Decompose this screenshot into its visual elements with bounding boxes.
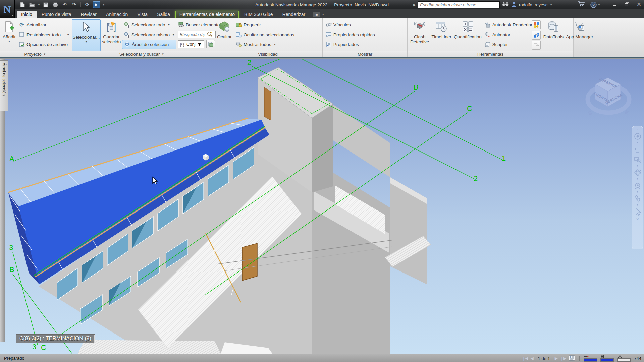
seleccionar-button[interactable]: Seleccionar... ▼ [72,19,101,51]
quick-search-icon[interactable] [207,31,213,38]
quick-search-box[interactable] [178,31,216,38]
timeliner-button[interactable]: TimeLiner [430,19,452,51]
viewport-3d[interactable]: 2BC12A3B3C Árbol de selección C(8)-3(2) … [0,59,644,354]
tab-inicio[interactable]: Inicio [17,11,37,18]
redo-icon[interactable]: ↷ [70,1,78,8]
refresh-icon[interactable]: ⟳ [84,1,91,8]
look-around-icon[interactable] [633,181,642,191]
next-sheet-button[interactable]: ▶ [555,356,557,361]
selection-tree-tab[interactable]: Árbol de selección [0,60,8,111]
help-icon[interactable]: ? ▼ [590,2,600,8]
infocenter-search[interactable] [418,1,500,8]
panel-label-seleccionar-y-buscar[interactable]: Seleccionar y buscar▼ [70,51,213,57]
tab-herramientas-de-elemento[interactable]: Herramientas de elemento [175,11,239,18]
requerir-button[interactable]: Requerir [234,20,296,29]
walk-icon[interactable] [633,194,642,204]
conjuntos-dropdown[interactable]: [] Conj ▼ [178,40,204,48]
infocenter-arrow-icon[interactable]: ▶ [413,3,416,7]
qat-dropdown-icon[interactable]: ▼ [102,3,105,6]
wheel-dropdown-icon[interactable]: ▼ [636,141,639,144]
minimize-button[interactable] [610,1,619,8]
zoom-window-icon[interactable] [633,155,642,165]
save-icon[interactable] [42,1,50,8]
open-file-icon[interactable] [28,1,36,8]
propiedades-rapidas-button[interactable]: Propiedades rápidas [324,30,377,39]
seleccionar-todo-button[interactable]: Seleccionar todo▼ [122,20,176,29]
tab-renderizar[interactable]: Renderizar [278,11,310,18]
steering-wheel-icon[interactable] [633,131,642,141]
orbit-icon[interactable] [633,168,642,178]
search-binoculars-icon[interactable] [502,2,509,8]
tab-revisar[interactable]: Revisar [76,11,101,18]
ribbon-display-toggle-icon[interactable]: ▣ [313,12,320,17]
orbit-dropdown-icon[interactable]: ▼ [636,178,639,181]
panel-label-herramientas[interactable]: Herramientas [408,51,573,57]
datatools-button[interactable]: DataTools [542,19,565,51]
viewport-3d-scene[interactable]: 2BC12A3B3C [0,59,644,354]
render-in-cloud-button[interactable] [532,20,541,29]
new-file-icon[interactable] [19,1,26,8]
app-store-cart-icon[interactable] [578,1,585,8]
restore-button[interactable] [623,1,631,8]
render-gallery-button[interactable] [532,31,541,40]
scripter-button[interactable]: Scripter [483,40,531,49]
entry-door[interactable] [242,243,257,281]
walk-dropdown-icon[interactable]: ▼ [636,204,639,207]
panel-label-visibilidad[interactable]: Visibilidad [213,51,322,57]
courtyard-back-wall[interactable] [333,104,390,177]
tab-salida[interactable]: Salida [153,11,174,18]
vinculos-button[interactable]: Vínculos [324,20,377,29]
add-button[interactable]: Añadir ▼ [1,19,17,51]
arbol-de-seleccion-button[interactable]: Árbol de selección [122,40,176,49]
user-avatar-icon[interactable] [511,1,517,8]
opciones-archivo-button[interactable]: Opciones de archivo [17,40,71,49]
navbar-collapse-icon[interactable]: ⊖ [636,217,639,221]
panel-label-proyecto[interactable]: Proyecto▼ [0,51,70,57]
close-button[interactable]: ✕ [635,1,643,8]
navbar-select-cursor-icon[interactable] [633,207,642,217]
select-tool-icon[interactable] [93,1,100,8]
ocultar-no-seleccionados-button[interactable]: Ocultar no seleccionados [234,30,296,39]
undo-icon[interactable]: ↶ [61,1,68,8]
look-dropdown-icon[interactable]: ▼ [636,191,639,194]
panel-label-mostrar[interactable]: Mostrar [323,51,407,57]
lower-slab-a[interactable] [78,340,221,354]
tower-door[interactable] [264,87,271,120]
last-sheet-button[interactable]: ❘▶ [560,356,566,361]
tab-animacion[interactable]: Animación [102,11,132,18]
propiedades-button[interactable]: Propiedades [324,40,377,49]
tower-right-face[interactable] [312,104,333,192]
animator-button[interactable]: Animator [483,30,531,39]
user-dropdown-icon[interactable]: ▼ [550,3,552,6]
actualizar-button[interactable]: ⟳ Actualizar [17,20,71,29]
tab-vista[interactable]: Vista [133,11,152,18]
sets-icon: [] [180,41,185,47]
print-icon[interactable] [52,1,59,8]
first-sheet-button[interactable]: ❘◀ [522,356,528,361]
ribbon-display-dropdown-icon[interactable]: ▼ [322,13,324,16]
require-icon [236,22,242,28]
zoom-dropdown-icon[interactable]: ▼ [636,165,639,168]
share-view-button[interactable] [532,41,541,50]
navbar-customize-icon[interactable]: ◦ [637,127,638,131]
username[interactable]: rodolfo_reyesc [519,2,547,7]
seleccionar-mismo-button[interactable]: Seleccionar mismo▼ [122,30,176,39]
app-manager-button[interactable]: App Manager [565,19,594,51]
pan-hand-icon[interactable] [633,144,642,155]
quick-search-input[interactable] [178,32,207,37]
open-dropdown-icon[interactable]: ▼ [38,3,40,6]
prev-sheet-button[interactable]: ◀ [530,356,533,361]
tab-punto-de-vista[interactable]: Punto de vista [37,11,76,18]
viewcube[interactable]: S E N SUPERIOR FRONTAL DERECHA [584,72,636,122]
quantification-button[interactable]: Quantification [452,19,483,51]
tab-bim360glue[interactable]: BIM 360 Glue [240,11,277,18]
restablecer-todo-button[interactable]: Restablecer todo...▼ [17,30,71,39]
application-menu-button[interactable]: N ▼ [0,0,15,18]
guardar-seleccion-button[interactable]: [] Guardarselección [101,19,122,51]
ocultar-button[interactable]: Ocultar [215,19,234,51]
sheet-browser-button[interactable] [569,355,575,362]
search-input[interactable] [418,2,499,8]
mostrar-todos-button[interactable]: Mostrar todos▼ [234,40,296,49]
autodesk-rendering-button[interactable]: Autodesk Rendering [483,20,531,29]
clash-detective-button[interactable]: ClashDetective [409,19,430,51]
